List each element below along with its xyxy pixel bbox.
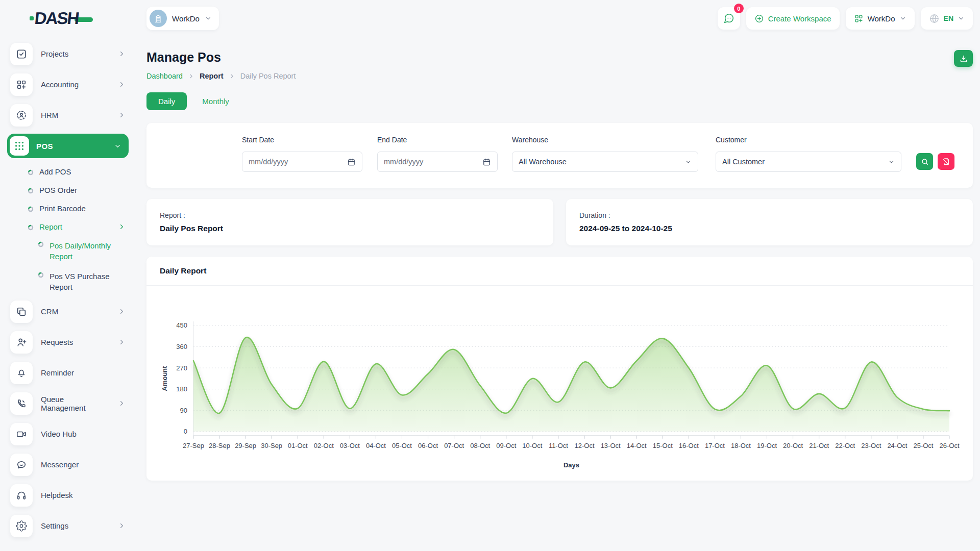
download-icon (959, 54, 968, 63)
sidebar-item-label: Settings (41, 521, 110, 530)
workspace-selector[interactable]: WorkDo (146, 7, 219, 30)
svg-text:Amount: Amount (161, 366, 168, 391)
sidebar-item-label: Messenger (41, 460, 126, 469)
svg-text:26-Oct: 26-Oct (940, 442, 960, 449)
logo-text: DASH (34, 9, 80, 28)
globe-icon (929, 13, 940, 24)
sidebar-item-label: Helpdesk (41, 491, 126, 499)
tab-monthly[interactable]: Monthly (192, 92, 239, 110)
messages-button[interactable]: 0 (718, 7, 740, 30)
warehouse-select[interactable]: All Warehouse (512, 152, 698, 172)
chevron-down-icon (685, 159, 692, 165)
main-content: Manage Pos Dashboard Report Daily Pos Re… (146, 37, 973, 481)
svg-text:25-Oct: 25-Oct (913, 442, 933, 449)
breadcrumb-report[interactable]: Report (200, 72, 224, 80)
download-report-button[interactable] (954, 50, 973, 67)
start-date-placeholder: mm/dd/yyyy (249, 158, 288, 166)
svg-text:14-Oct: 14-Oct (627, 442, 647, 449)
sidebar-item-helpdesk[interactable]: Helpdesk (7, 483, 129, 507)
svg-text:30-Sep: 30-Sep (261, 442, 282, 449)
customer-field: Customer All Customer (716, 136, 901, 172)
svg-text:12-Oct: 12-Oct (575, 442, 595, 449)
filter-card: Start Date mm/dd/yyyy End Date mm/dd/yyy… (146, 123, 973, 188)
svg-text:22-Oct: 22-Oct (835, 442, 855, 449)
copy-icon (10, 300, 33, 323)
chevron-right-icon (118, 111, 126, 119)
bullet-icon (28, 188, 34, 194)
daily-report-chart: 090180270360450 27-Sep28-Sep29-Sep30-Sep… (146, 286, 973, 473)
svg-text:28-Sep: 28-Sep (209, 442, 230, 449)
svg-text:16-Oct: 16-Oct (679, 442, 699, 449)
end-date-placeholder: mm/dd/yyyy (384, 158, 423, 166)
sidebar-item-pos[interactable]: POS (7, 134, 129, 158)
clear-filter-icon (942, 157, 950, 166)
svg-text:02-Oct: 02-Oct (314, 442, 334, 449)
sidebar-item-add-pos[interactable]: Add POS (7, 165, 129, 179)
page-title: Manage Pos (146, 50, 221, 65)
sidebar-item-queue-management[interactable]: Queue Management (7, 391, 129, 415)
daily-report-card: Daily Report 090180270360450 27-Sep28-Se… (146, 257, 973, 481)
svg-text:20-Oct: 20-Oct (783, 442, 803, 449)
sidebar-item-pos-vs-purchase-report[interactable]: Pos VS Purchase Report (7, 269, 129, 294)
sidebar-item-report[interactable]: Report (7, 220, 129, 234)
svg-text:05-Oct: 05-Oct (392, 442, 412, 449)
phone-call-icon (10, 392, 33, 415)
warehouse-label: Warehouse (512, 136, 698, 144)
language-label: EN (944, 14, 953, 22)
sidebar-item-projects[interactable]: Projects (7, 42, 129, 66)
sidebar-item-crm[interactable]: CRM (7, 299, 129, 323)
apply-filter-button[interactable] (916, 153, 933, 170)
svg-text:08-Oct: 08-Oct (470, 442, 490, 449)
end-date-input[interactable]: mm/dd/yyyy (377, 152, 498, 172)
start-date-input[interactable]: mm/dd/yyyy (242, 152, 362, 172)
report-summary-value: Daily Pos Report (160, 224, 540, 233)
sidebar-item-video-hub[interactable]: Video Hub (7, 422, 129, 446)
sidebar-item-hrm[interactable]: HRM (7, 103, 129, 127)
sidebar-item-label: Report (39, 222, 112, 231)
sidebar-item-pos-order[interactable]: POS Order (7, 183, 129, 197)
reset-filter-button[interactable] (938, 153, 954, 170)
app-logo[interactable]: DASH (35, 9, 93, 28)
svg-text:0: 0 (184, 428, 187, 435)
breadcrumb-current: Daily Pos Report (240, 72, 296, 80)
sidebar-item-label: Requests (41, 338, 110, 346)
customer-selected-value: All Customer (722, 158, 765, 166)
sidebar-item-accounting[interactable]: Accounting (7, 72, 129, 96)
chart-card-header: Daily Report (146, 257, 973, 286)
breadcrumb-dashboard-link[interactable]: Dashboard (146, 72, 183, 80)
create-workspace-button[interactable]: Create Workspace (746, 7, 840, 30)
svg-text:13-Oct: 13-Oct (601, 442, 621, 449)
sidebar-item-print-barcode[interactable]: Print Barcode (7, 202, 129, 215)
sidebar-item-label: Reminder (41, 368, 126, 377)
chevron-right-icon (118, 399, 126, 407)
user-scan-icon (10, 104, 33, 127)
tab-daily[interactable]: Daily (146, 92, 187, 110)
sidebar-item-settings[interactable]: Settings (7, 514, 129, 538)
sidebar-item-messenger[interactable]: Messenger (7, 453, 129, 477)
warehouse-selected-value: All Warehouse (519, 158, 567, 166)
sidebar-item-requests[interactable]: Requests (7, 330, 129, 354)
sidebar-item-label: Print Barcode (39, 204, 126, 213)
sidebar-item-pos-daily-monthly-report[interactable]: Pos Daily/Monthly Report (7, 238, 129, 264)
company-menu-label: WorkDo (868, 14, 895, 23)
svg-text:21-Oct: 21-Oct (809, 442, 829, 449)
svg-text:29-Sep: 29-Sep (235, 442, 256, 449)
grid-plus-icon (10, 73, 33, 96)
bell-icon (10, 362, 33, 384)
chevron-right-icon (118, 308, 126, 315)
sidebar-item-reminder[interactable]: Reminder (7, 361, 129, 385)
summary-row: Report : Daily Pos Report Duration : 202… (146, 199, 973, 245)
svg-text:17-Oct: 17-Oct (705, 442, 725, 449)
sidebar-item-label: Pos VS Purchase Report (50, 271, 126, 292)
plus-circle-icon (754, 14, 764, 23)
chart-svg: 090180270360450 27-Sep28-Sep29-Sep30-Sep… (157, 297, 963, 471)
svg-text:10-Oct: 10-Oct (522, 442, 542, 449)
svg-text:270: 270 (176, 364, 187, 372)
chevron-right-icon (188, 73, 194, 80)
svg-text:180: 180 (176, 385, 187, 393)
customer-select[interactable]: All Customer (716, 152, 901, 172)
sidebar-item-label: Add POS (39, 167, 126, 176)
company-menu[interactable]: WorkDo (846, 7, 915, 30)
video-icon (10, 423, 33, 445)
language-menu[interactable]: EN (921, 7, 973, 30)
